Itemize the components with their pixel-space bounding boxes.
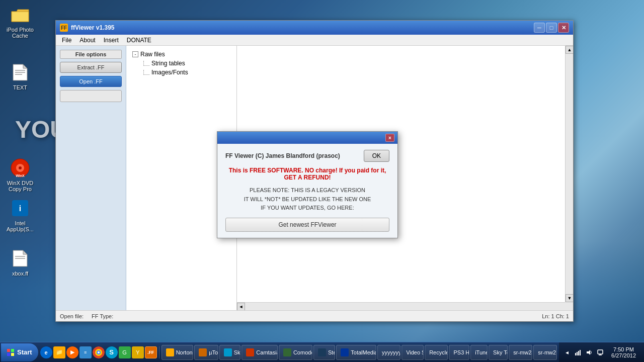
taskbar-video-label: Video Stuff bbox=[406, 349, 424, 355]
taskbar-skype[interactable]: Skype bbox=[219, 345, 241, 360]
taskbar-comodo[interactable]: Comodo Dragon bbox=[279, 345, 312, 360]
taskbar-items-container: Norton Intern... µTorrent Skype Camtasia… bbox=[159, 342, 559, 362]
taskbar-mw2b[interactable]: sr-mw2b.iso bbox=[533, 345, 557, 360]
get-newest-ffviewer-button[interactable]: Get newest FFViewer bbox=[225, 218, 389, 232]
steam-taskbar-icon bbox=[318, 348, 326, 356]
taskbar: Start e 📁 ▶ ≡ bbox=[0, 342, 644, 362]
green-quicklaunch-icon[interactable]: G bbox=[119, 346, 131, 358]
intel-label: Intel AppUp(S... bbox=[5, 220, 36, 232]
taskbar-mw2b-label: sr-mw2b.iso bbox=[538, 349, 557, 355]
menu-about[interactable]: About bbox=[75, 36, 99, 45]
taskbar-recycle[interactable]: Recycle Bin bbox=[425, 345, 448, 360]
yellow-quicklaunch-icon[interactable]: Y bbox=[132, 346, 144, 358]
taskbar-video[interactable]: Video Stuff bbox=[401, 345, 424, 360]
calc-quicklaunch-icon[interactable]: ≡ bbox=[79, 346, 92, 358]
skype-taskbar-icon bbox=[224, 348, 232, 356]
tree-item-images-fonts[interactable]: Images/Fonts bbox=[130, 68, 232, 77]
explorer-quicklaunch-icon[interactable]: 📁 bbox=[53, 346, 65, 358]
taskbar-norton-label: Norton Intern... bbox=[176, 349, 194, 355]
media-player-quicklaunch-icon[interactable]: ▶ bbox=[66, 346, 78, 358]
clock-display[interactable]: 7:50 PM 6/27/2012 bbox=[607, 346, 640, 358]
chrome-quicklaunch-icon[interactable] bbox=[93, 346, 105, 358]
tree-item-raw-files[interactable]: - Raw files bbox=[130, 50, 232, 59]
tray-speaker-icon[interactable] bbox=[585, 348, 593, 356]
skype-quicklaunch-icon[interactable]: S bbox=[106, 346, 118, 358]
tray-network-icon[interactable] bbox=[574, 348, 582, 356]
app-window: FF ffViewer v1.395 ─ □ ✕ File About Inse… bbox=[55, 20, 574, 322]
dialog-ok-button[interactable]: OK bbox=[364, 150, 389, 162]
scroll-left-btn[interactable]: ◄ bbox=[237, 303, 245, 310]
taskbar-utorrent[interactable]: µTorrent bbox=[194, 345, 218, 360]
window-title: ffViewer v1.395 bbox=[71, 24, 534, 31]
desktop-icon-ipod[interactable]: iPod Photo Cache bbox=[3, 3, 38, 41]
menu-insert[interactable]: Insert bbox=[100, 36, 123, 45]
horizontal-scrollbar[interactable]: ◄ bbox=[237, 302, 565, 310]
ff-quicklaunch-icon[interactable]: .FF bbox=[145, 346, 157, 358]
taskbar-steam[interactable]: Steam bbox=[313, 345, 335, 360]
desktop-icon-xbox[interactable]: xbox.ff bbox=[3, 246, 38, 279]
dialog-content: FF Viewer (C) James Blandford (prasoc) O… bbox=[217, 144, 397, 238]
file-options-label: File options bbox=[60, 50, 122, 59]
taskbar-skytext[interactable]: Sky Text bbox=[489, 345, 508, 360]
winx-label: WinX DVD Copy Pro bbox=[5, 180, 36, 192]
ie-quicklaunch-icon[interactable]: e bbox=[40, 346, 52, 358]
left-panel: File options Extract .FF Open .FF bbox=[56, 46, 126, 310]
menu-donate[interactable]: DONATE bbox=[123, 36, 155, 45]
utorrent-taskbar-icon bbox=[199, 348, 207, 356]
taskbar-steam-label: Steam bbox=[328, 349, 335, 355]
desktop: YOU ON iPod Photo Cache TEXT bbox=[0, 0, 644, 362]
window-titlebar: FF ffViewer v1.395 ─ □ ✕ bbox=[56, 21, 573, 35]
taskbar-itunes[interactable]: iTunes bbox=[470, 345, 488, 360]
menu-file[interactable]: File bbox=[58, 36, 75, 45]
scroll-corner bbox=[565, 302, 573, 310]
minimize-button[interactable]: ─ bbox=[534, 23, 545, 33]
svg-rect-19 bbox=[575, 353, 576, 355]
svg-rect-22 bbox=[580, 350, 581, 355]
svg-marker-23 bbox=[587, 350, 590, 355]
empty-panel-slot bbox=[60, 90, 122, 102]
desktop-icon-text[interactable]: TEXT bbox=[3, 60, 38, 93]
svg-rect-21 bbox=[578, 351, 579, 355]
taskbar-norton[interactable]: Norton Intern... bbox=[162, 345, 194, 360]
text-document-icon bbox=[10, 62, 30, 82]
tree-line-2 bbox=[143, 70, 149, 75]
start-button[interactable]: Start bbox=[1, 343, 38, 361]
taskbar-ps3[interactable]: PS3 HAX bbox=[449, 345, 469, 360]
taskbar-yyyyy[interactable]: yyyyyyyyy... bbox=[377, 345, 400, 360]
maximize-button[interactable]: □ bbox=[546, 23, 557, 33]
tree-expander-raw[interactable]: - bbox=[132, 51, 138, 57]
taskbar-mw2a[interactable]: sr-mw2a.iso bbox=[509, 345, 532, 360]
open-ff-button[interactable]: Open .FF bbox=[60, 76, 122, 87]
svg-point-5 bbox=[19, 166, 22, 169]
dialog-close-button[interactable]: × bbox=[385, 134, 394, 142]
desktop-icon-intel[interactable]: i Intel AppUp(S... bbox=[3, 196, 38, 234]
scroll-up-btn[interactable]: ▲ bbox=[566, 46, 573, 54]
clock-date: 6/27/2012 bbox=[611, 352, 636, 358]
tray-notification-icon[interactable] bbox=[596, 348, 604, 356]
tree-line-1 bbox=[143, 61, 149, 66]
taskbar-skype-label: Skype bbox=[234, 349, 241, 355]
taskbar-utorrent-label: µTorrent bbox=[209, 349, 218, 355]
close-window-button[interactable]: ✕ bbox=[558, 23, 569, 33]
text-icon-label: TEXT bbox=[13, 84, 27, 90]
dialog-note-line1: PLEASE NOTE: THIS IS A LEGACY VERSION bbox=[225, 186, 389, 195]
tree-item-string-tables[interactable]: String tables bbox=[130, 59, 232, 68]
taskbar-ps3-label: PS3 HAX bbox=[453, 349, 469, 355]
vertical-scrollbar[interactable]: ▲ ▼ bbox=[565, 46, 573, 302]
window-controls: ─ □ ✕ bbox=[534, 23, 569, 33]
dialog-note: PLEASE NOTE: THIS IS A LEGACY VERSION IT… bbox=[225, 186, 389, 213]
status-right: Ln: 1 Ch: 1 bbox=[542, 313, 569, 319]
clock-time: 7:50 PM bbox=[611, 346, 636, 352]
ipod-folder-icon bbox=[10, 5, 30, 25]
svg-point-18 bbox=[98, 351, 100, 353]
taskbar-mw2a-label: sr-mw2a.iso bbox=[513, 349, 532, 355]
intel-icon: i bbox=[10, 198, 30, 218]
tray-hide-icon[interactable]: ◂ bbox=[563, 348, 571, 356]
extract-ff-button[interactable]: Extract .FF bbox=[60, 62, 122, 73]
winx-dvd-icon: WinX bbox=[10, 158, 30, 178]
scroll-down-btn[interactable]: ▼ bbox=[566, 294, 573, 302]
desktop-icon-winx[interactable]: WinX WinX DVD Copy Pro bbox=[3, 156, 38, 194]
dialog-titlebar: × bbox=[217, 132, 397, 144]
taskbar-camtasia[interactable]: Camtasia Studio 7 bbox=[242, 345, 278, 360]
taskbar-totalmedia[interactable]: TotalMedia Extreme 2 bbox=[336, 345, 376, 360]
